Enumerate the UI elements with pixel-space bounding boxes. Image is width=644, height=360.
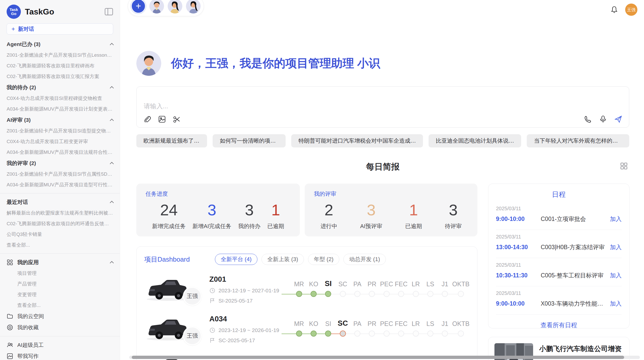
- notification-bell-icon[interactable]: [610, 6, 618, 14]
- section-agent-done[interactable]: Agent已办 (3): [0, 39, 120, 50]
- chevron-up-icon: [110, 119, 114, 123]
- image-doc-icon: [7, 353, 13, 359]
- schedule-item: 2025/03/11 10:30-11:30 C005-整车工程目标评审 加入: [496, 258, 622, 286]
- project-row[interactable]: 王强 Z001 2023-12-19 ~ 2027-01-19: [144, 274, 470, 305]
- horizontal-scrollbar-track[interactable]: [129, 356, 640, 359]
- chevron-up-icon: [110, 162, 114, 166]
- sidebar-collapse-icon[interactable]: [105, 8, 113, 16]
- list-item[interactable]: C0X4-动力总成开发项目工程变更评审: [0, 136, 120, 147]
- add-agent-button[interactable]: +: [131, 0, 146, 13]
- schedule-name: C001-立项审批会: [541, 215, 606, 223]
- sidebar-item-cloud-space[interactable]: 我的云空间: [0, 311, 120, 322]
- milestone-label: PEC: [380, 317, 393, 327]
- briefing-column: 任务进度 24 新增完成任务 3 新增AI完成任务 3 我的待办: [136, 184, 477, 360]
- milestone-dot: [325, 291, 331, 297]
- sidebar: Task Go TaskGo + 新对话 Agent已办 (3) Z001-全新…: [0, 0, 120, 360]
- section-ai-review[interactable]: AI评审 (3): [0, 114, 120, 126]
- stat-overdue: 1 已逾期: [267, 201, 284, 230]
- filter-model-year[interactable]: 年型 (2): [308, 254, 339, 265]
- section-my-todo[interactable]: 我的待办 (2): [0, 82, 120, 93]
- sidebar-item-favorites[interactable]: 我的收藏: [0, 322, 120, 333]
- plus-icon: +: [11, 25, 15, 33]
- scissors-icon[interactable]: [173, 115, 181, 123]
- view-all-chats[interactable]: 查看全部...: [0, 240, 120, 250]
- view-all-apps[interactable]: 查看全部...: [0, 300, 120, 311]
- stat-new-done: 24 新增完成任务: [152, 201, 186, 230]
- list-item[interactable]: 公司Q3轻卡销量: [0, 229, 120, 240]
- suggestion-chip[interactable]: 当下年轻人对汽车外观有怎样的喜好趋势: [527, 134, 629, 147]
- milestone-label: J1: [442, 317, 448, 327]
- list-item[interactable]: A034-全新新能源MUV产品开发项目计划变更表编写: [0, 104, 120, 114]
- list-item[interactable]: A034-全新新能源MUV产品开发项目法规符合性评审: [0, 147, 120, 158]
- list-item[interactable]: Z001-全新燃油轻卡产品开发项目SI节点属性5D文件评审: [0, 169, 120, 179]
- list-item[interactable]: 解释最新出台的欧盟报废车法规再生塑料比例被调至15%...: [0, 208, 120, 218]
- divider: [0, 336, 120, 336]
- sidebar-item-my-apps[interactable]: 我的应用: [0, 257, 120, 268]
- agent-avatar-2[interactable]: [168, 0, 182, 13]
- mic-icon[interactable]: [599, 115, 607, 123]
- section-recent-chats[interactable]: 最近对话: [0, 197, 120, 208]
- sidebar-item-project-mgmt[interactable]: 项目管理: [0, 268, 120, 279]
- suggestion-chip[interactable]: 欧洲新规最近颁布了什么?: [136, 134, 207, 147]
- suggestion-chip[interactable]: 比亚迪全固态电池计划具体说了什么: [429, 134, 521, 147]
- join-link[interactable]: 加入: [610, 215, 622, 223]
- sidebar-item-product-mgmt[interactable]: 产品管理: [0, 279, 120, 289]
- agent-avatar-3[interactable]: [186, 0, 201, 13]
- milestone-label-current: SI: [325, 277, 332, 288]
- project-row[interactable]: 王强 A034 2023-12-19 ~ 2026-01-19: [144, 314, 470, 344]
- logo-text-bottom: Go: [11, 12, 17, 16]
- join-link[interactable]: 加入: [610, 272, 622, 279]
- list-item[interactable]: A034-全新新能源MUV产品开发项目造型可行性评审: [0, 179, 120, 190]
- stats-row: 任务进度 24 新增完成任务 3 新增AI完成任务 3 我的待办: [136, 184, 477, 236]
- sidebar-item-change-mgmt[interactable]: 变更管理: [0, 289, 120, 300]
- list-item[interactable]: C02-飞腾新能源轻客改款项目的闭环通告反馈情况: [0, 218, 120, 229]
- milestone-label-current: SC: [338, 317, 348, 327]
- schedule-time: 13:00-14:30: [496, 244, 541, 251]
- milestone-label: LS: [427, 277, 434, 288]
- people-icon: [7, 342, 13, 348]
- topbar-right: 王强: [610, 4, 637, 16]
- image-icon[interactable]: [158, 115, 166, 123]
- agent-avatar-group: +: [128, 0, 204, 16]
- task-progress-card: 任务进度 24 新增完成任务 3 新增AI完成任务 3 我的待办: [136, 184, 300, 236]
- milestone-label: LR: [412, 317, 420, 327]
- list-item[interactable]: Z001-全新燃油轻卡产品开发项目SI造型提交物评审: [0, 126, 120, 136]
- new-chat-button[interactable]: + 新对话: [7, 23, 113, 35]
- app-logo: Task Go: [7, 5, 21, 19]
- view-all-schedule-link[interactable]: 查看所有日程: [496, 321, 622, 329]
- join-link[interactable]: 加入: [610, 243, 622, 251]
- suggestion-chips: 欧洲新规最近颁布了什么? 如何写一份清晰的项目周报 特朗普可能对进口汽车增税会对…: [136, 134, 629, 147]
- list-item[interactable]: C02-飞腾新能源轻客改款项目立项汇报方案: [0, 71, 120, 82]
- stat-pending-review: 3 待评审: [445, 201, 462, 230]
- sidebar-item-help-me-write[interactable]: 帮我写作: [0, 351, 120, 360]
- layout-grid-icon[interactable]: [620, 162, 628, 170]
- list-item[interactable]: Z001-全新燃油皮卡产品开发项目SI节点Lesson Learn报告: [0, 50, 120, 61]
- milestone-label: PR: [368, 277, 376, 288]
- news-title: 小鹏飞行汽车制造公司增资: [539, 344, 623, 353]
- list-item[interactable]: C02-飞腾新能源轻客改款项目里程碑画布: [0, 61, 120, 71]
- filter-powertrain[interactable]: 动总开发 (1): [343, 254, 386, 265]
- send-icon[interactable]: [614, 115, 622, 123]
- user-avatar[interactable]: 王强: [625, 4, 637, 16]
- suggestion-chip[interactable]: 如何写一份清晰的项目周报: [213, 134, 286, 147]
- project-dates: 2023-12-19 ~ 2026-01-19: [218, 327, 279, 333]
- list-item[interactable]: C0X4-动力总成开发项目SI里程碑提交物检查: [0, 93, 120, 104]
- divider: [0, 193, 120, 193]
- chat-input[interactable]: 请输入...: [136, 86, 629, 128]
- join-link[interactable]: 加入: [610, 300, 622, 308]
- phone-icon[interactable]: [584, 115, 592, 123]
- filter-new-platform[interactable]: 全新平台 (4): [215, 254, 257, 265]
- milestone-dot: [340, 291, 346, 297]
- chevron-up-icon: [110, 201, 114, 205]
- filter-new-body[interactable]: 全新上装 (3): [261, 254, 304, 265]
- flag-icon: [209, 337, 215, 343]
- suggestion-chip[interactable]: 特朗普可能对进口汽车增税会对中国车企造成哪些影响: [291, 134, 423, 147]
- agent-avatar-1[interactable]: [149, 0, 164, 13]
- horizontal-scrollbar-thumb[interactable]: [132, 356, 624, 359]
- sidebar-item-ai-super-staff[interactable]: AI超级员工: [0, 339, 120, 351]
- attach-icon[interactable]: [143, 115, 151, 123]
- input-toolbar-right: [584, 115, 622, 123]
- section-my-review[interactable]: 我的评审 (2): [0, 158, 120, 169]
- milestone-dot: [458, 291, 464, 297]
- milestone-label: MR: [294, 277, 304, 288]
